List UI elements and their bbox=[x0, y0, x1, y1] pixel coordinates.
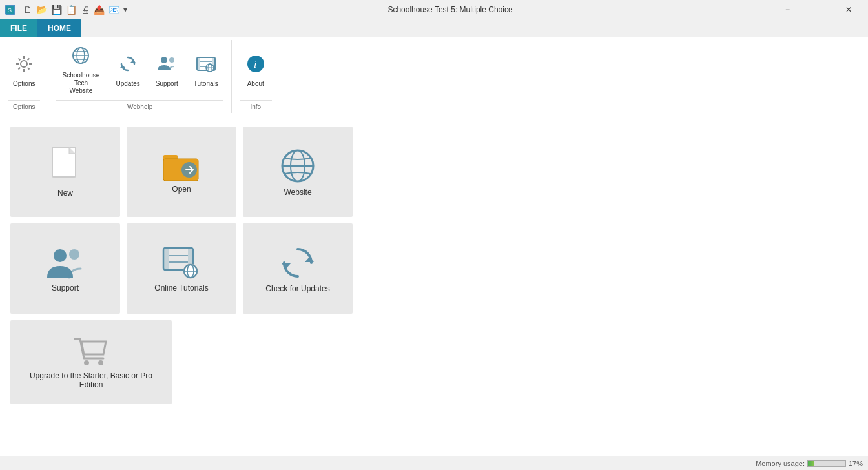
home-menu-tab[interactable]: HOME bbox=[37, 19, 81, 37]
svg-point-41 bbox=[54, 249, 67, 262]
support-ribbon-button[interactable]: Support bbox=[150, 51, 183, 90]
upgrade-cart-tile-icon bbox=[72, 335, 110, 371]
window-controls: − □ ✕ bbox=[773, 0, 863, 19]
svg-marker-16 bbox=[130, 60, 136, 63]
ribbon-group-options-items: Options bbox=[8, 43, 40, 97]
ribbon-group-webhelp: Schoolhouse TechWebsite Updates bbox=[48, 40, 231, 113]
svg-rect-21 bbox=[197, 57, 200, 70]
restore-button[interactable]: □ bbox=[803, 0, 832, 19]
app-icon: S bbox=[5, 5, 16, 15]
email-icon[interactable]: 📧 bbox=[108, 5, 119, 15]
about-ribbon-label: About bbox=[247, 80, 264, 87]
support-tile-label: Support bbox=[52, 283, 79, 292]
ribbon-group-options: Options Options bbox=[0, 40, 48, 113]
svg-point-42 bbox=[69, 249, 79, 260]
open-tile[interactable]: Open bbox=[127, 127, 236, 217]
title-bar: S 🗋 📂 💾 📋 🖨 📤 📧 ▾ Schoolhouse Test 5: Mu… bbox=[0, 0, 868, 19]
svg-rect-35 bbox=[163, 155, 178, 161]
memory-usage-bar: Memory usage: 17% bbox=[756, 460, 863, 467]
menu-bar: FILE HOME bbox=[0, 19, 868, 37]
open-folder-tile-icon bbox=[162, 150, 201, 185]
support-people-tile-icon bbox=[46, 245, 85, 283]
options-ribbon-label: Options bbox=[13, 80, 35, 87]
title-bar-left: S 🗋 📂 💾 📋 🖨 📤 📧 ▾ bbox=[5, 5, 127, 15]
tiles-container: New Open bbox=[10, 127, 353, 404]
options-group-label: Options bbox=[8, 100, 40, 110]
window-title: Schoolhouse Test 5: Multiple Choice bbox=[127, 5, 773, 14]
gear-icon bbox=[14, 54, 34, 79]
memory-label: Memory usage: bbox=[756, 460, 805, 467]
svg-point-19 bbox=[169, 57, 174, 63]
open-icon[interactable]: 📂 bbox=[36, 5, 47, 15]
svg-point-2 bbox=[21, 61, 27, 67]
svg-point-55 bbox=[98, 360, 103, 365]
updates-refresh-icon bbox=[118, 54, 138, 79]
svg-point-18 bbox=[161, 57, 167, 63]
check-updates-tile-label: Check for Updates bbox=[265, 284, 329, 293]
svg-line-8 bbox=[28, 67, 30, 69]
about-ribbon-button[interactable]: i About bbox=[240, 51, 272, 90]
check-updates-tile[interactable]: Check for Updates bbox=[243, 223, 353, 314]
ribbon-group-webhelp-items: Schoolhouse TechWebsite Updates bbox=[56, 43, 223, 97]
memory-fill bbox=[808, 461, 814, 466]
website-globe-tile-icon bbox=[278, 147, 317, 188]
info-icon: i bbox=[245, 54, 266, 79]
website-tile-label: Website bbox=[284, 188, 311, 197]
svg-rect-44 bbox=[163, 248, 169, 270]
file-menu-tab[interactable]: FILE bbox=[0, 19, 37, 37]
memory-percent: 17% bbox=[849, 460, 863, 467]
save-icon[interactable]: 💾 bbox=[51, 5, 62, 15]
globe-icon bbox=[70, 45, 91, 70]
online-tutorials-tile-label: Online Tutorials bbox=[154, 283, 208, 292]
status-bar: Memory usage: 17% bbox=[0, 456, 868, 470]
svg-text:i: i bbox=[254, 59, 256, 70]
support-tile[interactable]: Support bbox=[10, 223, 120, 314]
new-doc-tile-icon bbox=[47, 146, 83, 189]
svg-point-54 bbox=[84, 360, 89, 365]
new-doc-icon[interactable]: 🗋 bbox=[23, 5, 32, 15]
tutorials-ribbon-label: Tutorials bbox=[194, 80, 218, 87]
schoolhouse-website-ribbon-button[interactable]: Schoolhouse TechWebsite bbox=[56, 43, 105, 97]
svg-marker-52 bbox=[305, 257, 314, 262]
website-tile[interactable]: Website bbox=[243, 127, 353, 217]
close-button[interactable]: ✕ bbox=[834, 0, 863, 19]
svg-line-9 bbox=[28, 58, 30, 60]
tutorials-ribbon-button[interactable]: Tutorials bbox=[189, 51, 223, 90]
new-tile[interactable]: New bbox=[10, 127, 120, 217]
ribbon-group-info-items: i About bbox=[240, 43, 272, 97]
svg-marker-53 bbox=[282, 263, 291, 269]
quick-access-toolbar: 🗋 📂 💾 📋 🖨 📤 📧 ▾ bbox=[23, 5, 127, 15]
support-ribbon-label: Support bbox=[156, 80, 178, 87]
info-group-label: Info bbox=[240, 100, 272, 110]
online-tutorials-tile[interactable]: Online Tutorials bbox=[127, 223, 236, 314]
ribbon: Options Options Schoolhouse TechWebsite bbox=[0, 37, 868, 116]
webhelp-group-label: Webhelp bbox=[56, 100, 223, 110]
svg-line-10 bbox=[19, 67, 21, 69]
upgrade-tile-label: Upgrade to the Starter, Basic or Pro Edi… bbox=[10, 371, 172, 389]
print-icon[interactable]: 🖨 bbox=[81, 5, 90, 15]
updates-ribbon-label: Updates bbox=[116, 80, 140, 87]
options-ribbon-button[interactable]: Options bbox=[8, 51, 40, 90]
people-icon bbox=[156, 54, 177, 79]
memory-progress-bar bbox=[807, 460, 846, 467]
check-updates-tile-icon bbox=[279, 244, 316, 284]
svg-line-7 bbox=[19, 58, 21, 60]
save-as-icon[interactable]: 📋 bbox=[66, 5, 77, 15]
upgrade-tile[interactable]: Upgrade to the Starter, Basic or Pro Edi… bbox=[10, 320, 172, 404]
schoolhouse-website-label: Schoolhouse TechWebsite bbox=[61, 72, 100, 95]
new-tile-label: New bbox=[57, 189, 73, 198]
minimize-button[interactable]: − bbox=[773, 0, 802, 19]
ribbon-group-info: i About Info bbox=[232, 40, 280, 113]
export-icon[interactable]: 📤 bbox=[94, 5, 105, 15]
online-tutorials-tile-icon bbox=[162, 245, 201, 283]
main-content: New Open bbox=[0, 116, 868, 456]
svg-text:S: S bbox=[8, 7, 12, 14]
updates-ribbon-button[interactable]: Updates bbox=[110, 51, 145, 90]
open-tile-label: Open bbox=[172, 185, 191, 194]
film-icon bbox=[196, 54, 216, 79]
